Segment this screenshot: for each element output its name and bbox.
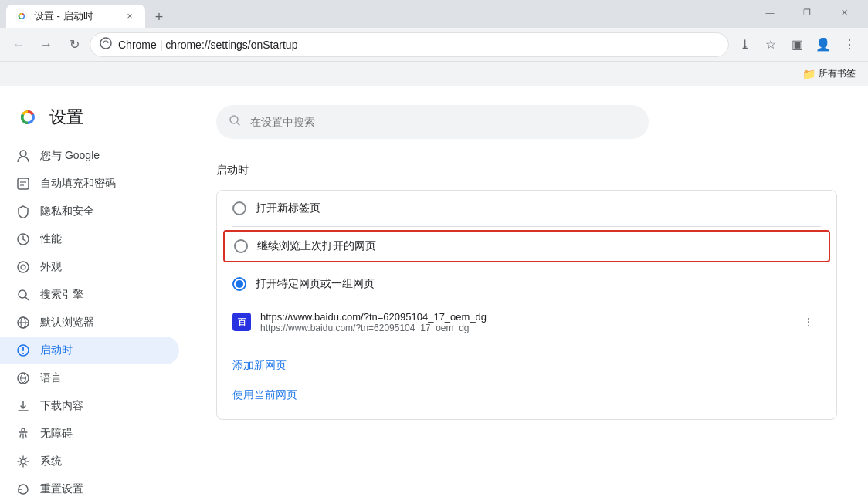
toolbar: ← → ↻ Chrome | chrome://settings/onStart…: [0, 28, 868, 62]
startup-icon: [15, 343, 31, 358]
svg-point-13: [21, 265, 25, 269]
use-current-link[interactable]: 使用当前网页: [232, 381, 821, 410]
close-button[interactable]: ✕: [826, 0, 862, 25]
option-continue-label: 继续浏览上次打开的网页: [257, 239, 376, 253]
option-new-tab-label: 打开新标签页: [256, 201, 320, 215]
sidebar-item-privacy-label: 隐私和安全: [40, 205, 94, 218]
sidebar-item-appearance-label: 外观: [40, 260, 62, 274]
tab-title: 设置 - 启动时: [34, 9, 117, 23]
sidebar-item-system-label: 系统: [40, 455, 62, 468]
sidebar-item-default-browser[interactable]: 默认浏览器: [0, 309, 179, 337]
sidebar-item-search-label: 搜索引擎: [40, 288, 83, 302]
default-browser-icon: [15, 315, 31, 330]
sidebar-item-autofill[interactable]: 自动填充和密码: [0, 170, 179, 198]
sidebar-item-appearance[interactable]: 外观: [0, 253, 179, 281]
add-page-link[interactable]: 添加新网页: [232, 351, 821, 381]
radio-continue[interactable]: [234, 239, 248, 253]
option-new-tab[interactable]: 打开新标签页: [217, 191, 836, 226]
address-text: Chrome | chrome://settings/onStartup: [118, 39, 719, 51]
minimize-button[interactable]: —: [752, 0, 788, 25]
address-url: chrome://settings/onStartup: [165, 39, 297, 51]
active-tab[interactable]: 设置 - 启动时 ×: [6, 5, 145, 28]
tab-close-button[interactable]: ×: [124, 10, 136, 22]
sidebar-item-downloads-label: 下载内容: [40, 399, 83, 413]
tab-strip: 设置 - 启动时 × +: [0, 5, 746, 28]
sidebar-item-performance-label: 性能: [40, 232, 62, 246]
svg-point-7: [20, 151, 26, 157]
svg-line-30: [237, 123, 239, 125]
sidebar-item-reset[interactable]: 重置设置: [0, 475, 179, 503]
sidebar-item-autofill-label: 自动填充和密码: [40, 177, 116, 191]
address-bar[interactable]: Chrome | chrome://settings/onStartup: [90, 32, 729, 57]
specific-pages-section: 百 https://www.baidu.com/?tn=62095104_17_…: [217, 302, 836, 348]
svg-point-3: [100, 38, 111, 49]
option-specific[interactable]: 打开特定网页或一组网页: [217, 266, 836, 302]
bookmark-icon[interactable]: ☆: [758, 32, 783, 57]
sidebar-item-privacy[interactable]: 隐私和安全: [0, 198, 179, 225]
new-tab-button[interactable]: +: [148, 6, 170, 28]
refresh-button[interactable]: ↻: [62, 32, 86, 57]
system-icon: [15, 454, 31, 469]
sidebar-item-system[interactable]: 系统: [0, 448, 179, 475]
startup-options-card: 打开新标签页 继续浏览上次打开的网页 打开特定网页或一组网页: [216, 190, 837, 420]
maximize-button[interactable]: ❐: [789, 0, 825, 25]
svg-point-24: [21, 459, 25, 464]
page-item: 百 https://www.baidu.com/?tn=62095104_17_…: [232, 302, 821, 342]
page-menu-button[interactable]: ⋮: [796, 310, 821, 334]
sidebar-header: 设置: [0, 99, 185, 142]
bookmarks-label: 所有书签: [819, 67, 856, 80]
tab-favicon-icon: [15, 10, 28, 22]
search-bar[interactable]: [216, 105, 649, 139]
links-section: 添加新网页 使用当前网页: [217, 348, 836, 419]
svg-point-20: [22, 353, 24, 354]
security-icon: [100, 37, 112, 52]
sidebar-item-performance[interactable]: 性能: [0, 225, 179, 253]
search-icon-main: [229, 114, 241, 130]
radio-new-tab[interactable]: [232, 201, 246, 215]
section-title: 启动时: [216, 164, 837, 178]
sidebar-item-accessibility[interactable]: 无障碍: [0, 420, 179, 448]
chrome-logo-icon: [15, 105, 40, 130]
svg-point-6: [24, 113, 32, 122]
back-button[interactable]: ←: [6, 32, 31, 57]
sidebar-item-startup-label: 启动时: [40, 343, 73, 357]
profile-icon[interactable]: 👤: [811, 32, 836, 57]
bookmarks-folder-button[interactable]: 📁 所有书签: [796, 66, 862, 82]
sidebar-item-google-label: 您与 Google: [40, 149, 100, 163]
forward-button[interactable]: →: [34, 32, 59, 57]
baidu-favicon-icon: 百: [232, 313, 251, 331]
autofill-icon: [15, 176, 31, 191]
sidebar-item-startup[interactable]: 启动时: [0, 337, 179, 364]
option-specific-label: 打开特定网页或一组网页: [256, 277, 375, 291]
reset-icon: [15, 482, 31, 497]
search-input[interactable]: [250, 116, 636, 128]
sidebar-item-google[interactable]: 您与 Google: [0, 142, 179, 170]
svg-rect-8: [18, 178, 29, 189]
appearance-icon: [15, 259, 31, 275]
sidebar-item-accessibility-label: 无障碍: [40, 427, 73, 441]
sidebar-title: 设置: [49, 106, 83, 129]
bookmarks-bar: 📁 所有书签: [0, 62, 868, 86]
option-continue-wrapper: 继续浏览上次打开的网页: [217, 227, 836, 266]
sidebar-item-language-label: 语言: [40, 371, 62, 385]
window-controls: — ❐ ✕: [746, 0, 868, 28]
sidebar-item-language[interactable]: 语言: [0, 364, 179, 392]
sidebar-item-downloads[interactable]: 下载内容: [0, 392, 179, 420]
page-url-secondary: https://www.baidu.com/?tn=62095104_17_oe…: [260, 323, 787, 333]
address-scheme: Chrome: [118, 39, 157, 51]
sidebar-item-search[interactable]: 搜索引擎: [0, 281, 179, 309]
privacy-icon: [15, 204, 31, 219]
content-area: 设置 您与 Google 自动填充和密码 隐私和安全: [0, 86, 868, 504]
menu-icon[interactable]: ⋮: [837, 32, 862, 57]
downloads-icon: [15, 398, 31, 414]
sidebar: 设置 您与 Google 自动填充和密码 隐私和安全: [0, 86, 185, 504]
folder-icon: 📁: [802, 68, 815, 80]
svg-point-12: [18, 262, 29, 272]
extensions-icon[interactable]: ▣: [785, 32, 809, 57]
sidebar-item-default-browser-label: 默认浏览器: [40, 316, 94, 330]
language-icon: [15, 370, 31, 386]
search-icon: [15, 287, 31, 303]
radio-specific[interactable]: [232, 277, 246, 291]
download-icon[interactable]: ⤓: [732, 32, 757, 57]
option-continue[interactable]: 继续浏览上次打开的网页: [223, 230, 830, 262]
